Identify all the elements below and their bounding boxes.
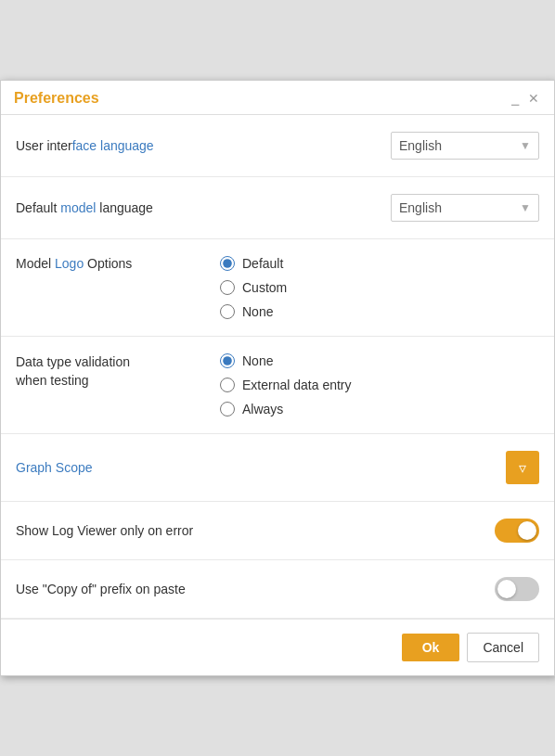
ui-language-label-blue: face language [72, 138, 154, 153]
copy-prefix-control [278, 577, 539, 601]
filter-icon: ▿ [519, 459, 526, 477]
graph-scope-control: ▿ [220, 451, 539, 484]
ui-language-dropdown[interactable]: English ▼ [391, 132, 539, 160]
data-validation-radio-group: None External data entry Always [220, 353, 352, 416]
model-logo-custom-label: Custom [242, 280, 287, 295]
model-language-row: Default model language English ▼ [1, 177, 554, 239]
ui-language-value: English [399, 138, 442, 153]
ok-button[interactable]: Ok [402, 634, 460, 661]
copy-prefix-toggle[interactable] [495, 577, 539, 601]
data-validation-external-option[interactable]: External data entry [220, 378, 352, 392]
data-validation-control: None External data entry Always [220, 353, 539, 416]
model-logo-radio-group: Default Custom None [220, 256, 287, 319]
model-language-dropdown[interactable]: English ▼ [391, 194, 539, 222]
log-viewer-toggle-knob [518, 521, 536, 540]
ui-language-label: User interface language [16, 138, 220, 153]
ui-language-control: English ▼ [220, 132, 539, 160]
model-logo-default-radio[interactable] [220, 256, 235, 271]
cancel-button[interactable]: Cancel [467, 633, 539, 662]
model-logo-control: Default Custom None [220, 256, 539, 319]
dropdown-arrow-model-icon: ▼ [520, 201, 531, 214]
model-logo-label: Model Logo Options [16, 256, 220, 271]
copy-prefix-row: Use "Copy of" prefix on paste [1, 560, 554, 619]
dropdown-arrow-icon: ▼ [520, 139, 531, 152]
minimize-button[interactable]: ⎯ [510, 92, 521, 105]
close-button[interactable]: ✕ [526, 92, 541, 105]
copy-prefix-toggle-knob [497, 580, 516, 598]
log-viewer-row: Show Log Viewer only on error [1, 502, 554, 560]
copy-prefix-toggle-slider [495, 577, 539, 601]
dialog-footer: Ok Cancel [1, 619, 554, 675]
data-validation-always-option[interactable]: Always [220, 402, 352, 416]
model-logo-none-radio[interactable] [220, 304, 235, 319]
graph-scope-filter-button[interactable]: ▿ [506, 451, 539, 484]
graph-scope-row: Graph Scope ▿ [1, 434, 554, 502]
dialog-title: Preferences [14, 90, 99, 107]
data-validation-label: Data type validationwhen testing [16, 353, 220, 390]
log-viewer-toggle-slider [495, 519, 539, 543]
log-viewer-control [278, 519, 539, 543]
data-validation-none-option[interactable]: None [220, 353, 352, 368]
model-logo-default-label: Default [242, 256, 283, 271]
model-logo-none-label: None [242, 304, 273, 319]
model-language-control: English ▼ [220, 194, 539, 222]
data-validation-external-label: External data entry [242, 378, 352, 392]
data-validation-none-radio[interactable] [220, 353, 235, 368]
title-bar: Preferences ⎯ ✕ [1, 81, 554, 115]
graph-scope-label: Graph Scope [16, 460, 220, 475]
model-logo-custom-option[interactable]: Custom [220, 280, 287, 295]
data-validation-none-label: None [242, 353, 273, 368]
copy-prefix-label: Use "Copy of" prefix on paste [16, 582, 278, 596]
data-validation-row: Data type validationwhen testing None Ex… [1, 337, 554, 434]
preferences-content: User interface language English ▼ Defaul… [1, 115, 554, 619]
window-controls: ⎯ ✕ [510, 92, 541, 105]
log-viewer-label: Show Log Viewer only on error [16, 523, 278, 538]
model-language-label-blue: model [60, 200, 96, 215]
model-logo-default-option[interactable]: Default [220, 256, 287, 271]
log-viewer-toggle[interactable] [495, 519, 539, 543]
model-logo-label-blue: Logo [55, 256, 84, 271]
graph-scope-label-blue: Graph Scope [16, 460, 93, 475]
data-validation-always-label: Always [242, 402, 283, 416]
preferences-dialog: Preferences ⎯ ✕ User interface language … [0, 80, 555, 676]
data-validation-always-radio[interactable] [220, 402, 235, 416]
data-validation-external-radio[interactable] [220, 378, 235, 392]
model-language-value: English [399, 200, 442, 215]
model-language-label: Default model language [16, 200, 220, 215]
model-logo-row: Model Logo Options Default Custom None [1, 239, 554, 337]
model-logo-none-option[interactable]: None [220, 304, 287, 319]
ui-language-row: User interface language English ▼ [1, 115, 554, 177]
model-logo-custom-radio[interactable] [220, 280, 235, 295]
